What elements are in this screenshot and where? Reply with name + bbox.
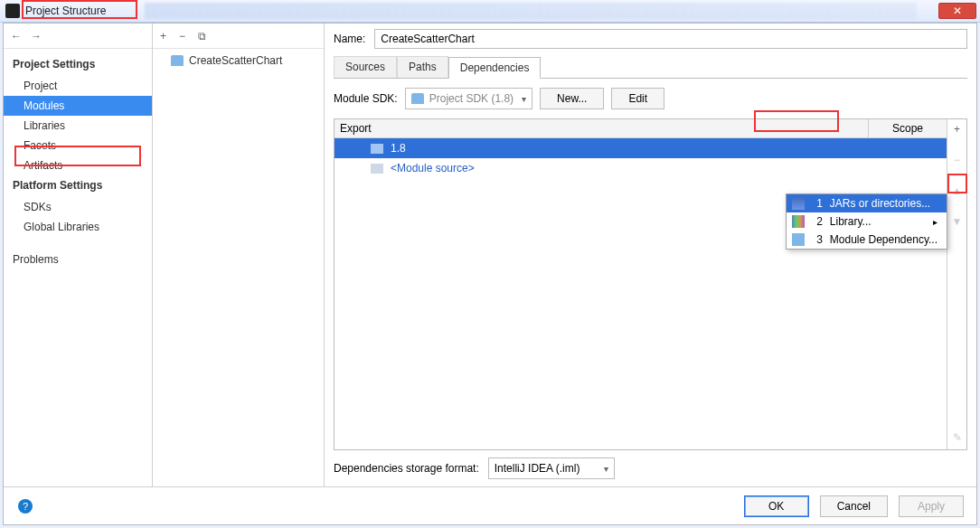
move-down-icon[interactable]: ▼: [952, 215, 963, 228]
module-tree-panel: + − ⧉ CreateScatterChart: [153, 24, 325, 486]
popup-item-library[interactable]: 2 Library... ▸: [787, 212, 947, 231]
sdk-combo[interactable]: Project SDK (1.8): [405, 88, 532, 109]
tab-dependencies[interactable]: Dependencies: [448, 57, 542, 79]
move-up-icon[interactable]: ▲: [952, 184, 963, 197]
dependency-row-sdk[interactable]: 1.8: [335, 138, 947, 158]
sidebar-item-facets[interactable]: Facets: [4, 136, 152, 156]
dependencies-table: Export Scope 1.8 <Module source>: [335, 119, 947, 449]
module-icon: [171, 55, 184, 66]
module-tree-item[interactable]: CreateScatterChart: [153, 49, 324, 72]
apply-button[interactable]: Apply: [899, 495, 964, 517]
folder-icon: [371, 144, 383, 154]
edit-sdk-button[interactable]: Edit: [611, 88, 664, 109]
forward-icon[interactable]: →: [31, 30, 42, 42]
edit-dependency-icon[interactable]: ✎: [953, 431, 962, 444]
sidebar-item-sdks[interactable]: SDKs: [4, 197, 152, 217]
col-header-export[interactable]: Export: [335, 119, 869, 137]
add-dependency-popup: 1 JARs or directories... 2 Library... ▸ …: [786, 193, 947, 250]
module-tabs: Sources Paths Dependencies: [334, 56, 967, 79]
dependency-label: <Module source>: [391, 162, 475, 174]
popup-label: Module Dependency...: [830, 233, 938, 246]
module-icon: [792, 233, 805, 246]
storage-value: IntelliJ IDEA (.iml): [495, 462, 580, 475]
sidebar-item-artifacts[interactable]: Artifacts: [4, 156, 152, 175]
close-button[interactable]: ✕: [938, 3, 976, 19]
dependency-row-module-source[interactable]: <Module source>: [335, 158, 947, 178]
remove-module-icon[interactable]: −: [179, 30, 185, 42]
app-icon: [5, 4, 20, 18]
title-bar: Project Structure ✕: [0, 0, 980, 23]
folder-icon: [371, 164, 383, 174]
name-label: Name:: [334, 33, 365, 45]
add-dependency-icon[interactable]: +: [954, 123, 960, 136]
sidebar-item-modules[interactable]: Modules: [4, 96, 152, 116]
module-name: CreateScatterChart: [189, 54, 282, 67]
sidebar-item-project[interactable]: Project: [4, 76, 152, 96]
help-icon[interactable]: ?: [18, 499, 33, 514]
add-module-icon[interactable]: +: [160, 30, 166, 42]
dialog-button-bar: OK Cancel Apply: [4, 486, 976, 524]
popup-shortcut: 2: [812, 215, 823, 228]
new-sdk-button[interactable]: New...: [540, 88, 604, 109]
popup-item-jars[interactable]: 1 JARs or directories...: [787, 194, 947, 212]
library-icon: [792, 215, 805, 228]
ok-button[interactable]: OK: [744, 495, 809, 517]
remove-dependency-icon[interactable]: −: [954, 154, 960, 166]
window-title: Project Structure: [25, 5, 106, 17]
module-name-input[interactable]: [374, 29, 967, 49]
back-icon[interactable]: ←: [11, 30, 22, 42]
sidebar-nav: ← →: [4, 24, 152, 49]
cancel-button[interactable]: Cancel: [820, 495, 888, 517]
sidebar-item-problems[interactable]: Problems: [4, 250, 152, 269]
sdk-value: Project SDK (1.8): [429, 92, 514, 105]
sidebar-heading-platform-settings: Platform Settings: [4, 175, 152, 197]
sidebar-heading-project-settings: Project Settings: [4, 54, 152, 76]
popup-item-module-dependency[interactable]: 3 Module Dependency...: [787, 231, 947, 249]
titlebar-blur: [145, 3, 917, 19]
copy-module-icon[interactable]: ⧉: [198, 30, 206, 42]
sidebar-item-global-libraries[interactable]: Global Libraries: [4, 217, 152, 237]
sdk-label: Module SDK:: [334, 92, 398, 105]
sdk-icon: [411, 93, 424, 104]
storage-label: Dependencies storage format:: [334, 462, 479, 475]
storage-format-combo[interactable]: IntelliJ IDEA (.iml): [488, 457, 615, 479]
module-detail-panel: Name: Sources Paths Dependencies Module …: [325, 24, 976, 486]
settings-sidebar: ← → Project Settings Project Modules Lib…: [4, 24, 153, 486]
tab-sources[interactable]: Sources: [334, 56, 397, 78]
dependencies-toolbar: + − ▲ ▼ ✎: [947, 119, 966, 449]
sidebar-item-libraries[interactable]: Libraries: [4, 116, 152, 136]
popup-shortcut: 3: [812, 233, 823, 246]
popup-label: JARs or directories...: [830, 197, 930, 210]
popup-label: Library...: [830, 215, 872, 228]
submenu-arrow-icon: ▸: [933, 217, 938, 227]
tab-paths[interactable]: Paths: [397, 56, 448, 78]
jar-icon: [792, 197, 805, 210]
popup-shortcut: 1: [812, 197, 823, 210]
dependency-label: 1.8: [391, 142, 406, 155]
col-header-scope[interactable]: Scope: [869, 119, 947, 137]
